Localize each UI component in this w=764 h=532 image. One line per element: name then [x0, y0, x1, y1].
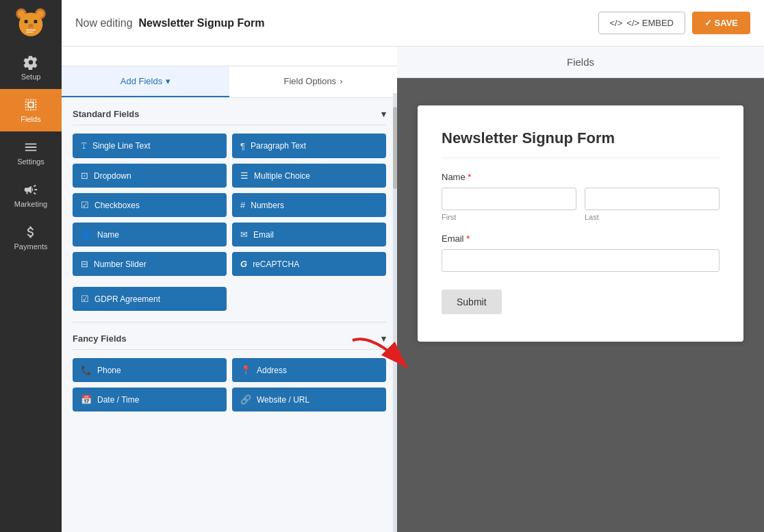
email-input[interactable] — [442, 249, 720, 272]
email-required-star: * — [464, 233, 470, 244]
field-btn-email[interactable]: ✉ Email — [232, 223, 386, 246]
sidebar-item-marketing[interactable]: Marketing — [0, 174, 62, 216]
save-label: ✓ SAVE — [704, 18, 738, 28]
dropdown-icon: ⊡ — [81, 170, 88, 181]
standard-fields-label: Standard Fields — [73, 109, 140, 119]
sidebar-setup-label: Setup — [21, 73, 41, 81]
submit-label: Submit — [457, 296, 487, 307]
checkboxes-icon: ☑ — [81, 200, 89, 210]
bear-logo — [13, 5, 49, 41]
field-btn-paragraph-text[interactable]: ¶ Paragraph Text — [232, 134, 386, 158]
field-btn-numbers[interactable]: # Numbers — [232, 193, 386, 217]
standard-fields-collapse-icon[interactable]: ▾ — [381, 109, 386, 119]
name-first-input[interactable] — [442, 188, 576, 210]
multiple-choice-icon: ☰ — [240, 170, 249, 181]
field-btn-gdpr-agreement[interactable]: ☑ GDPR Agreement — [73, 287, 227, 311]
fancy-fields-label: Fancy Fields — [73, 333, 127, 344]
embed-icon: </> — [610, 18, 623, 28]
field-btn-dropdown[interactable]: ⊡ Dropdown — [73, 164, 227, 188]
paragraph-text-label: Paragraph Text — [251, 141, 306, 151]
address-icon: 📍 — [240, 365, 251, 375]
gdpr-label: GDPR Agreement — [94, 294, 160, 304]
payments-icon — [23, 225, 38, 240]
multiple-choice-label: Multiple Choice — [254, 171, 310, 181]
field-btn-phone[interactable]: 📞 Phone — [73, 358, 227, 382]
topbar-title: Now editing Newsletter Signup Form — [75, 17, 265, 29]
content-area: Add Fields ▾ Field Options › Standard Fi… — [62, 47, 764, 532]
sidebar-marketing-label: Marketing — [14, 200, 47, 208]
date-time-icon: 📅 — [81, 394, 92, 405]
marketing-icon — [23, 182, 38, 197]
email-icon: ✉ — [240, 229, 248, 240]
fields-scroll[interactable]: Standard Fields ▾ 𝚃 Single Line Text ¶ P… — [62, 98, 397, 532]
field-btn-checkboxes[interactable]: ☑ Checkboxes — [73, 193, 227, 217]
sidebar-item-fields[interactable]: Fields — [0, 89, 62, 131]
right-panel: Fields Newsletter Signup Form Name * Fir… — [397, 47, 764, 532]
phone-label: Phone — [97, 366, 121, 375]
sidebar-item-settings[interactable]: Settings — [0, 131, 62, 174]
name-inputs: First Last — [442, 188, 720, 221]
fancy-fields-collapse-icon[interactable]: ▾ — [381, 333, 386, 344]
dropdown-label: Dropdown — [94, 171, 131, 181]
name-label: Name — [97, 230, 119, 240]
field-btn-number-slider[interactable]: ⊟ Number Slider — [73, 252, 227, 276]
submit-button[interactable]: Submit — [442, 290, 502, 314]
field-btn-single-line-text[interactable]: 𝚃 Single Line Text — [73, 134, 227, 158]
name-last-wrap: Last — [585, 188, 720, 221]
chevron-right-icon: › — [340, 76, 342, 86]
main-content: Now editing Newsletter Signup Form </> <… — [62, 0, 764, 532]
single-line-text-icon: 𝚃 — [81, 140, 87, 151]
tab-add-fields[interactable]: Add Fields ▾ — [62, 66, 229, 97]
svg-point-5 — [24, 20, 27, 23]
number-slider-label: Number Slider — [94, 259, 147, 269]
field-btn-multiple-choice[interactable]: ☰ Multiple Choice — [232, 164, 386, 188]
sidebar-item-setup[interactable]: Setup — [0, 47, 62, 89]
standard-fields-grid: 𝚃 Single Line Text ¶ Paragraph Text ⊡ Dr… — [73, 134, 386, 276]
fancy-fields-header: Fancy Fields ▾ — [73, 333, 386, 350]
field-btn-address[interactable]: 📍 Address — [232, 358, 386, 382]
embed-button[interactable]: </> </> EMBED — [598, 12, 685, 34]
paragraph-text-icon: ¶ — [240, 141, 245, 151]
name-first-sublabel: First — [442, 213, 576, 221]
sidebar-item-payments[interactable]: Payments — [0, 216, 62, 259]
form-card: Newsletter Signup Form Name * First — [418, 105, 743, 342]
preview-area: Newsletter Signup Form Name * First — [397, 78, 764, 532]
fields-section-label: Fields — [567, 56, 594, 68]
scrollbar-thumb[interactable] — [393, 107, 397, 189]
svg-point-7 — [29, 24, 34, 27]
checkboxes-label: Checkboxes — [94, 201, 140, 210]
sidebar-fields-label: Fields — [21, 115, 40, 123]
website-url-label: Website / URL — [257, 395, 309, 405]
required-star: * — [466, 172, 472, 182]
name-first-wrap: First — [442, 188, 576, 221]
right-panel-header: Fields — [397, 47, 764, 78]
form-field-name: Name * First Last — [442, 172, 720, 221]
gdpr-icon: ☑ — [81, 294, 89, 304]
name-last-sublabel: Last — [585, 213, 720, 221]
logo — [0, 0, 62, 47]
name-field-label: Name * — [442, 172, 720, 182]
scrollbar-track[interactable] — [393, 93, 397, 532]
field-btn-name[interactable]: 👤 Name — [73, 223, 227, 246]
name-last-input[interactable] — [585, 188, 720, 210]
left-panel-header — [62, 47, 397, 66]
name-icon: 👤 — [81, 229, 92, 240]
settings-icon — [23, 140, 38, 155]
field-btn-date-time[interactable]: 📅 Date / Time — [73, 388, 227, 411]
form-field-email: Email * — [442, 233, 720, 272]
editing-prefix: Now editing — [75, 17, 133, 29]
field-options-label: Field Options — [284, 76, 337, 86]
left-panel: Add Fields ▾ Field Options › Standard Fi… — [62, 47, 397, 532]
chevron-down-icon: ▾ — [166, 76, 170, 86]
numbers-icon: # — [240, 200, 245, 210]
email-label: Email — [253, 230, 274, 240]
save-button[interactable]: ✓ SAVE — [692, 12, 750, 34]
recaptcha-label: reCAPTCHA — [253, 259, 299, 269]
field-btn-website-url[interactable]: 🔗 Website / URL — [232, 388, 386, 411]
number-slider-icon: ⊟ — [81, 259, 88, 269]
fields-icon — [23, 97, 38, 112]
single-line-text-label: Single Line Text — [92, 141, 151, 151]
sidebar-payments-label: Payments — [14, 242, 48, 251]
field-btn-recaptcha[interactable]: G reCAPTCHA — [232, 252, 386, 276]
tab-field-options[interactable]: Field Options › — [229, 66, 397, 97]
